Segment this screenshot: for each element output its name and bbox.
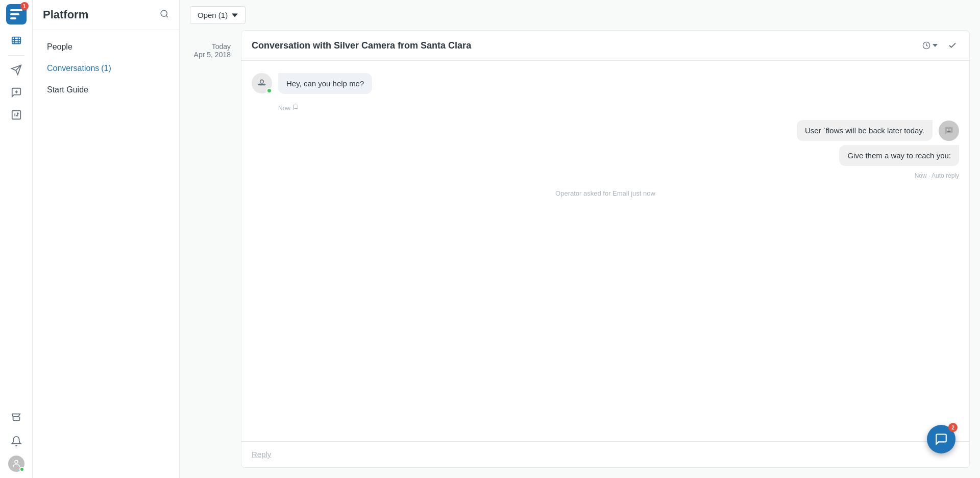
chat-fab[interactable]: 2 (927, 425, 955, 453)
avatar-online-dot (19, 467, 24, 472)
svg-point-19 (161, 10, 167, 16)
message-outgoing-group: User `flows will be back later today. (252, 120, 959, 179)
user-avatar[interactable] (8, 456, 24, 472)
svg-rect-25 (950, 130, 951, 131)
sidebar-nav: People Conversations(1) Start Guide (33, 30, 179, 107)
nav-icon-campaigns[interactable] (6, 60, 27, 80)
svg-point-18 (15, 460, 18, 463)
main-content: Open (1) Today Apr 5, 2018 Conversation … (180, 0, 980, 478)
search-icon[interactable] (160, 9, 169, 21)
notification-badge: 1 (20, 2, 29, 10)
content-area: Today Apr 5, 2018 Conversation with Silv… (180, 30, 980, 478)
message-bubble-outgoing-1: User `flows will be back later today. (797, 120, 933, 141)
message-bubble-incoming-1: Hey, can you help me? (278, 73, 372, 94)
conversation-header: Conversation with Silver Camera from San… (241, 31, 969, 61)
conversation-panel: Conversation with Silver Camera from San… (241, 30, 970, 468)
svg-rect-23 (258, 84, 265, 85)
timeline: Today Apr 5, 2018 (190, 30, 241, 468)
sidebar: Platform People Conversations(1) Start G… (33, 0, 180, 478)
system-message-1: Operator asked for Email just now (252, 187, 959, 199)
rail-bottom (6, 407, 27, 478)
conversation-resolve-button[interactable] (946, 39, 959, 52)
reply-area[interactable]: Reply (241, 441, 969, 467)
fab-badge: 2 (948, 423, 958, 432)
svg-line-20 (166, 15, 167, 17)
sidebar-item-people[interactable]: People (37, 36, 175, 58)
nav-icon-people[interactable] (6, 31, 27, 51)
sidebar-item-start-guide[interactable]: Start Guide (37, 79, 175, 101)
rail-divider-1 (8, 55, 24, 56)
main-toolbar: Open (1) (180, 0, 980, 30)
sidebar-item-conversations[interactable]: Conversations(1) (37, 58, 175, 79)
svg-rect-1 (10, 13, 19, 15)
message-meta-outgoing: Now · Auto reply (915, 172, 959, 179)
svg-point-17 (17, 113, 18, 114)
message-outgoing-row-1: User `flows will be back later today. (797, 120, 959, 141)
conversation-header-actions (920, 39, 959, 52)
svg-rect-0 (10, 9, 22, 11)
nav-icon-new-report[interactable] (6, 105, 27, 125)
svg-rect-2 (10, 17, 16, 19)
message-incoming-1: Hey, can you help me? (252, 73, 959, 94)
message-outgoing-row-2: Give them a way to reach you: (839, 145, 959, 166)
reply-label[interactable]: Reply (252, 450, 271, 459)
open-status-dropdown[interactable]: Open (1) (190, 6, 246, 24)
timeline-date: Today Apr 5, 2018 (194, 42, 231, 59)
nav-icon-new-chat[interactable] (6, 82, 27, 103)
message-meta-1: Now (252, 104, 959, 112)
app-logo[interactable]: 1 (6, 4, 27, 25)
svg-rect-24 (947, 130, 948, 131)
nav-icon-inbox[interactable] (6, 407, 27, 427)
svg-point-22 (260, 80, 264, 83)
user-online-dot (266, 88, 272, 93)
conversation-title: Conversation with Silver Camera from San… (252, 40, 471, 51)
svg-rect-3 (12, 37, 20, 44)
icon-rail: 1 (0, 0, 33, 478)
sidebar-header: Platform (33, 0, 179, 30)
nav-icon-bell[interactable] (6, 431, 27, 451)
message-note-icon (292, 104, 299, 112)
bot-avatar (939, 121, 959, 141)
message-bubble-outgoing-2: Give them a way to reach you: (839, 145, 959, 166)
conversation-timer-button[interactable] (920, 39, 940, 52)
sidebar-title: Platform (43, 8, 88, 21)
messages-area: Hey, can you help me? Now (241, 61, 969, 441)
user-message-avatar (252, 73, 272, 93)
